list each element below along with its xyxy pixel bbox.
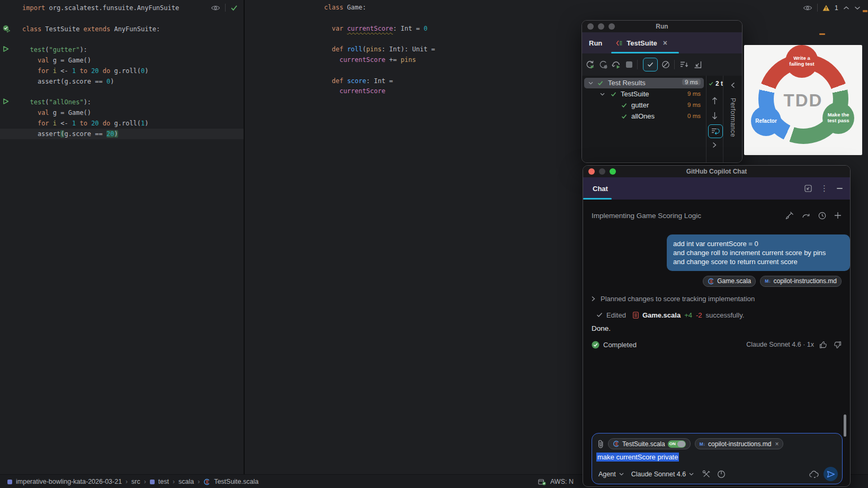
code-line[interactable]: var currentScore: Int = 0 <box>324 23 427 34</box>
tab-testsuite[interactable]: TestSuite × <box>616 39 667 47</box>
stop-icon[interactable] <box>625 60 633 69</box>
test-tree-row[interactable]: TestSuite9 ms <box>584 89 704 100</box>
dock-window-icon[interactable] <box>804 185 812 192</box>
sort-by-duration-icon[interactable] <box>680 61 688 68</box>
thumbs-down-icon[interactable] <box>833 341 842 349</box>
code-line[interactable]: class TestSuite extends AnyFunSuite: <box>22 24 160 34</box>
breadcrumb-file[interactable]: TestSuite.scala <box>214 478 258 485</box>
track-running-test-icon[interactable] <box>708 124 723 138</box>
test-name: gutter <box>631 101 649 109</box>
code-line[interactable]: currentScore += pins <box>324 55 416 65</box>
redo-arrow-icon[interactable] <box>802 212 810 219</box>
rerun-icon[interactable] <box>598 60 608 69</box>
clean-broom-icon[interactable] <box>785 211 794 220</box>
close-tab-icon[interactable]: × <box>663 39 667 47</box>
preview-eye-icon[interactable] <box>803 5 812 11</box>
code-line[interactable]: for i <- 1 to 20 do g.roll(0) <box>22 66 149 76</box>
code-line[interactable]: import org.scalatest.funsuite.AnyFunSuit… <box>22 3 179 13</box>
next-test-arrow-icon[interactable] <box>711 112 718 120</box>
run-class-gutter-icon[interactable] <box>3 25 11 33</box>
no-problems-check-icon[interactable] <box>230 5 238 11</box>
copilot-window-titlebar[interactable]: GitHub Copilot Chat <box>583 166 850 177</box>
close-window-button[interactable] <box>588 168 595 175</box>
test-tree-row[interactable]: gutter9 ms <box>584 100 704 111</box>
tab-performance[interactable]: Performance <box>729 98 737 137</box>
build-status-icon[interactable] <box>538 478 546 485</box>
breadcrumb-test[interactable]: test <box>158 478 169 485</box>
input-bottom-toolbar: Agent Claude Sonnet 4.6 <box>598 467 838 481</box>
code-line[interactable]: currentScore <box>324 86 386 96</box>
run-toolwindow-label[interactable]: Run <box>589 39 602 47</box>
new-chat-plus-icon[interactable] <box>834 212 842 219</box>
more-options-kebab-icon[interactable]: ⋮ <box>820 185 828 192</box>
warning-stripe-mark[interactable] <box>819 33 825 35</box>
show-ignored-filter-icon[interactable] <box>661 60 670 69</box>
chat-input-field[interactable]: make currentScore private <box>596 453 679 461</box>
editor-pane-testsuite[interactable]: import org.scalatest.funsuite.AnyFunSuit… <box>0 0 244 474</box>
hide-window-icon[interactable] <box>837 188 843 189</box>
breadcrumb-project[interactable]: imperative-bowling-kata-2026-03-21 <box>16 478 122 485</box>
model-selector[interactable]: Claude Sonnet 4.6 <box>631 471 686 478</box>
code-line[interactable]: assert(g.score == 0) <box>22 76 114 87</box>
aws-status[interactable]: AWS: N <box>550 478 574 485</box>
run-test-gutter-icon[interactable] <box>3 98 11 106</box>
test-tree-row[interactable]: Test Results9 ms <box>584 78 704 88</box>
rerun-tests-icon[interactable] <box>585 60 595 69</box>
warning-triangle-icon[interactable] <box>822 5 830 11</box>
zoom-window-button[interactable] <box>609 23 615 30</box>
selected-input-text: make currentScore private <box>596 453 679 462</box>
run-window-titlebar[interactable]: Run <box>582 21 742 32</box>
send-button[interactable] <box>824 467 838 481</box>
chip-game-scala[interactable]: Game.scala <box>703 276 756 287</box>
code-line[interactable]: val g = Game() <box>22 107 91 118</box>
test-passed-icon <box>597 80 603 86</box>
minimize-window-button[interactable] <box>598 23 604 30</box>
import-test-results-icon[interactable] <box>694 61 702 69</box>
code-line[interactable]: def score: Int = <box>324 76 393 86</box>
attach-paperclip-icon[interactable] <box>597 439 604 448</box>
code-line[interactable]: for i <- 1 to 20 do g.roll(1) <box>22 118 149 129</box>
tools-icon[interactable] <box>702 470 711 478</box>
code-line[interactable]: assert(g.score == 20) <box>22 129 118 139</box>
prev-warning-chevron-icon[interactable] <box>843 6 849 10</box>
code-line[interactable]: class Game: <box>324 2 366 13</box>
next-warning-chevron-icon[interactable] <box>854 6 861 10</box>
close-window-button[interactable] <box>587 23 594 30</box>
thread-title[interactable]: Implementing Game Scoring Logic <box>592 212 701 220</box>
check-icon <box>596 312 603 318</box>
collapse-chevron-icon[interactable] <box>731 82 735 88</box>
run-test-gutter-icon[interactable] <box>3 46 11 54</box>
preview-eye-icon[interactable] <box>211 5 220 11</box>
chip-copilot-instructions-input[interactable]: M↓ copilot-instructions.md × <box>695 438 784 449</box>
expand-rail-chevron-icon[interactable] <box>712 142 717 148</box>
cloud-sync-icon[interactable] <box>809 471 819 478</box>
expand-chevron-icon[interactable] <box>588 82 593 85</box>
context-on-toggle[interactable]: ON <box>668 440 686 448</box>
previous-test-arrow-icon[interactable] <box>711 97 718 105</box>
test-tree-row[interactable]: allOnes0 ms <box>584 111 704 122</box>
show-passed-filter-icon[interactable] <box>643 58 658 71</box>
planned-changes-row[interactable]: Planned changes to score tracking implem… <box>592 293 842 304</box>
code-line[interactable]: def roll(pins: Int): Unit = <box>324 44 435 55</box>
thumbs-up-icon[interactable] <box>819 341 828 349</box>
expand-chevron-icon[interactable] <box>600 93 605 96</box>
zoom-window-button[interactable] <box>610 168 616 175</box>
code-line[interactable]: test("gutter"): <box>22 44 87 55</box>
chat-input-box[interactable]: TestSuite.scala ON M↓ copilot-instructio… <box>592 433 843 484</box>
breadcrumb-src[interactable]: src <box>131 478 140 485</box>
mode-selector[interactable]: Agent <box>598 471 616 478</box>
code-line[interactable]: val g = Game() <box>22 55 91 66</box>
rerun-failed-tests-icon[interactable] <box>611 60 621 69</box>
chip-testsuite-scala[interactable]: TestSuite.scala ON <box>608 438 691 449</box>
chip-copilot-instructions[interactable]: M↓ copilot-instructions.md <box>760 276 842 287</box>
minimize-window-button[interactable] <box>599 168 605 175</box>
usage-gauge-icon[interactable] <box>717 470 726 478</box>
history-clock-icon[interactable] <box>818 212 826 220</box>
code-line[interactable]: test("allOnes"): <box>22 97 91 107</box>
chat-scrollbar-thumb[interactable] <box>844 414 846 437</box>
breadcrumb-scala[interactable]: scala <box>178 478 194 485</box>
warning-stripe-mark[interactable] <box>863 10 867 12</box>
remove-chip-icon[interactable]: × <box>775 440 778 448</box>
tab-chat[interactable]: Chat <box>593 185 608 193</box>
edited-file-name[interactable]: Game.scala <box>642 311 681 319</box>
